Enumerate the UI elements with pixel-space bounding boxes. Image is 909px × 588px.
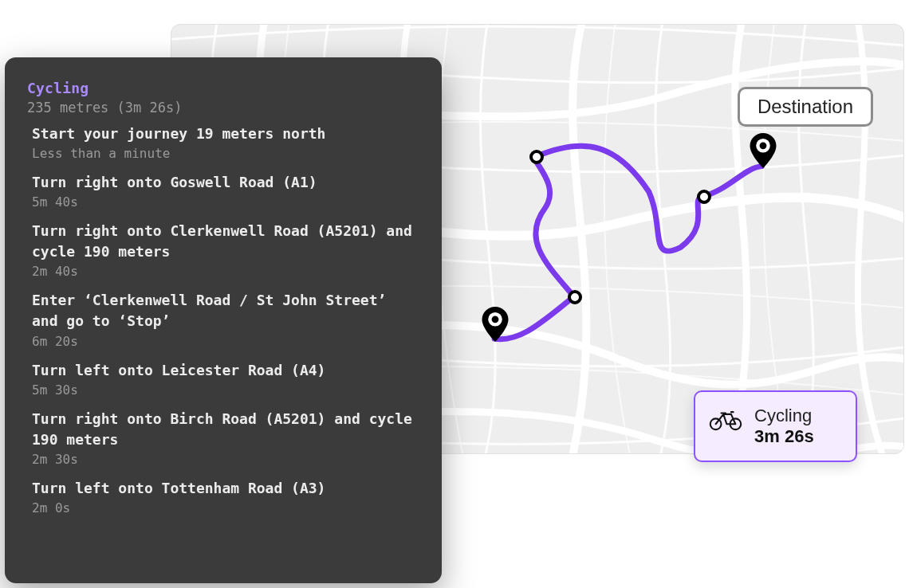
step-duration: 2m 40s xyxy=(32,264,419,279)
panel-title: Cycling xyxy=(27,80,419,96)
step-duration: 6m 20s xyxy=(32,334,419,349)
direction-step[interactable]: Turn right onto Goswell Road (A1) 5m 40s xyxy=(32,172,419,210)
waypoint-marker[interactable] xyxy=(529,150,544,164)
step-duration: Less than a minute xyxy=(32,146,419,161)
origin-pin[interactable] xyxy=(482,307,509,342)
travel-mode-badge[interactable]: Cycling 3m 26s xyxy=(694,390,857,462)
waypoint-marker[interactable] xyxy=(697,190,711,204)
step-duration: 5m 30s xyxy=(32,382,419,398)
step-instruction: Turn right onto Clerkenwell Road (A5201)… xyxy=(32,221,419,262)
direction-step[interactable]: Turn right onto Birch Road (A5201) and c… xyxy=(32,409,419,467)
direction-step[interactable]: Turn right onto Clerkenwell Road (A5201)… xyxy=(32,221,419,279)
direction-step[interactable]: Turn left onto Tottenham Road (A3) 2m 0s xyxy=(32,478,419,515)
svg-point-1 xyxy=(492,316,499,323)
svg-point-3 xyxy=(760,142,767,149)
badge-time-label: 3m 26s xyxy=(754,426,814,447)
direction-step[interactable]: Start your journey 19 meters north Less … xyxy=(32,123,419,161)
map-pin-icon xyxy=(482,307,509,342)
step-duration: 2m 0s xyxy=(32,500,419,515)
destination-pin[interactable] xyxy=(750,133,777,168)
step-duration: 5m 40s xyxy=(32,194,419,210)
panel-summary: 235 metres (3m 26s) xyxy=(27,100,419,116)
step-instruction: Start your journey 19 meters north xyxy=(32,123,419,144)
steps-list: Start your journey 19 meters north Less … xyxy=(32,123,419,515)
destination-label: Destination xyxy=(738,87,873,127)
step-instruction: Turn left onto Leicester Road (A4) xyxy=(32,360,419,381)
step-instruction: Turn right onto Goswell Road (A1) xyxy=(32,172,419,193)
map-pin-icon xyxy=(750,133,777,168)
step-duration: 2m 30s xyxy=(32,452,419,467)
badge-mode-label: Cycling xyxy=(754,406,814,426)
directions-panel: Cycling 235 metres (3m 26s) Start your j… xyxy=(5,57,442,583)
direction-step[interactable]: Turn left onto Leicester Road (A4) 5m 30… xyxy=(32,360,419,398)
bicycle-icon xyxy=(708,409,743,444)
direction-step[interactable]: Enter ‘Clerkenwell Road / St John Street… xyxy=(32,290,419,348)
step-instruction: Turn right onto Birch Road (A5201) and c… xyxy=(32,409,419,450)
step-instruction: Turn left onto Tottenham Road (A3) xyxy=(32,478,419,499)
step-instruction: Enter ‘Clerkenwell Road / St John Street… xyxy=(32,290,419,331)
waypoint-marker[interactable] xyxy=(568,290,582,304)
